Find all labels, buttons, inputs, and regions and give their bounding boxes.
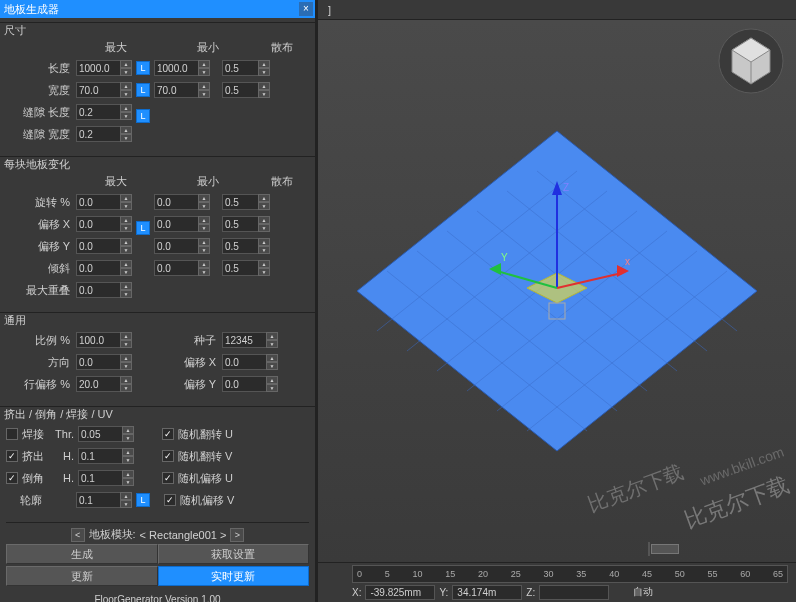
section-size-title: 尺寸 [2, 24, 28, 36]
viewport-3d[interactable]: Z x Y 比克尔下载 www.bkill.com 比克尔下载 [318, 20, 796, 562]
statusbar: X: -39.825mm Y: 34.174m Z: 自动 [318, 583, 796, 601]
floor-generator-panel: 地板生成器 × 尺寸 最大 最小 散布 长度 L 宽度 L [0, 0, 315, 602]
footer: FloorGenerator Version 1.00 Created by w… [0, 588, 315, 602]
next-module-button[interactable]: > [230, 528, 244, 542]
overlap-label: 最大重叠 [6, 283, 76, 298]
width-label: 宽度 [6, 83, 76, 98]
svg-marker-19 [552, 181, 562, 195]
svg-text:x: x [625, 256, 630, 267]
gap-width-spinner[interactable] [76, 126, 132, 142]
update-button[interactable]: 更新 [6, 566, 158, 586]
weld-checkbox[interactable] [6, 428, 18, 440]
off-u-checkbox[interactable]: ✓ [162, 472, 174, 484]
section-extrude: 挤出 / 倒角 / 焊接 / UV 焊接 Thr. ✓ 随机翻转 U ✓ 挤出 … [0, 406, 315, 518]
move-gizmo-icon[interactable]: Z x Y [477, 173, 637, 333]
scrollbar-thumb[interactable] [651, 544, 679, 554]
get-settings-button[interactable]: 获取设置 [158, 544, 310, 564]
watermark: 比克尔下载 [584, 459, 687, 519]
lock-button[interactable]: L [136, 61, 150, 75]
length-label: 长度 [6, 61, 76, 76]
viewport-header: ] [318, 0, 796, 20]
flip-v-checkbox[interactable]: ✓ [162, 450, 174, 462]
generate-button[interactable]: 生成 [6, 544, 158, 564]
titlebar[interactable]: 地板生成器 × [0, 0, 315, 18]
viewcube-icon[interactable] [718, 28, 784, 94]
close-icon[interactable]: × [299, 2, 313, 16]
width-spread-spinner[interactable] [222, 82, 270, 98]
col-max: 最大 [86, 40, 146, 56]
svg-rect-27 [549, 303, 565, 319]
offset-y-label: 偏移 Y [6, 239, 76, 254]
viewport: ] Z [318, 0, 796, 602]
tilt-label: 倾斜 [6, 261, 76, 276]
realtime-update-button[interactable]: 实时更新 [158, 566, 310, 586]
section-variation-title: 每块地板变化 [2, 158, 72, 170]
gap-width-label: 缝隙 宽度 [6, 127, 76, 142]
up-icon[interactable] [120, 60, 132, 68]
module-value: < Rectangle001 > [140, 529, 227, 541]
lock-button[interactable]: L [136, 109, 150, 123]
window-title: 地板生成器 [4, 2, 59, 17]
length-min-spinner[interactable] [154, 60, 210, 76]
flip-u-checkbox[interactable]: ✓ [162, 428, 174, 440]
rotate-label: 旋转 % [6, 195, 76, 210]
down-icon[interactable] [120, 68, 132, 76]
lock-button[interactable]: L [136, 221, 150, 235]
section-general: 通用 比例 % 种子 方向 偏移 X 行偏移 % 偏移 Y [0, 312, 315, 402]
width-min-spinner[interactable] [154, 82, 210, 98]
lock-button[interactable]: L [136, 83, 150, 97]
prev-module-button[interactable]: < [71, 528, 85, 542]
extrude-checkbox[interactable]: ✓ [6, 450, 18, 462]
section-size: 尺寸 最大 最小 散布 长度 L 宽度 L 缝隙 长度 [0, 22, 315, 152]
length-spread-spinner[interactable] [222, 60, 270, 76]
col-min: 最小 [178, 40, 238, 56]
viewport-bottom: 05101520253035404550556065 X: -39.825mm … [318, 562, 796, 602]
width-max-spinner[interactable] [76, 82, 132, 98]
off-v-checkbox[interactable]: ✓ [164, 494, 176, 506]
offset-x-label: 偏移 X [6, 217, 76, 232]
coord-z[interactable] [539, 585, 609, 600]
length-max-spinner[interactable] [76, 60, 132, 76]
timeline[interactable]: 05101520253035404550556065 [352, 565, 788, 583]
svg-text:Z: Z [563, 182, 569, 193]
gap-length-label: 缝隙 长度 [6, 105, 76, 120]
coord-x[interactable]: -39.825mm [365, 585, 435, 600]
col-spread: 散布 [258, 40, 306, 56]
lock-button[interactable]: L [136, 493, 150, 507]
watermark: 比克尔下载 [680, 470, 794, 536]
svg-text:Y: Y [501, 252, 508, 263]
coord-y[interactable]: 34.174m [452, 585, 522, 600]
timeline-scrollbar[interactable] [648, 542, 650, 556]
chamfer-checkbox[interactable]: ✓ [6, 472, 18, 484]
section-variation: 每块地板变化 最大 最小 散布 旋转 % 偏移 X L 偏移 Y [0, 156, 315, 308]
svg-marker-25 [489, 263, 501, 275]
gap-length-spinner[interactable] [76, 104, 132, 120]
